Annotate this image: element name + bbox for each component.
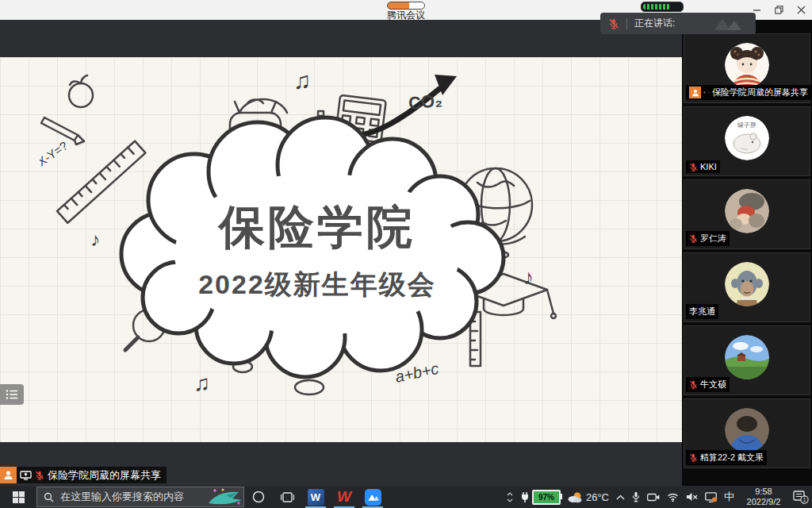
participant-tile[interactable]: 牛文硕 (684, 325, 810, 395)
taskbar: 在这里输入你要搜索的内容 W W (0, 486, 812, 508)
word-icon: W (308, 489, 324, 506)
camera-tray-icon[interactable] (647, 493, 660, 502)
participant-tile[interactable]: 保险学院周葳的屏幕共享 (684, 33, 810, 103)
system-tray: 97% 26°C (507, 487, 812, 507)
task-view-button[interactable] (273, 486, 301, 508)
task-view-icon (281, 491, 294, 503)
cortana-button[interactable] (244, 486, 273, 508)
avatar (725, 262, 769, 306)
participant-name-tag: 保险学院周葳的屏幕共享 (686, 85, 811, 100)
slide-doodle-art: CO₂ X-Y=? a+b+c ♪ ♫ ♪ ♫ 保险学院 2022级新生年级会 (40, 64, 642, 441)
avatar (725, 43, 769, 87)
participant-tile[interactable]: 罐子胖 KIKI (684, 106, 810, 176)
action-center-icon[interactable]: 1 (793, 491, 809, 504)
weather-widget[interactable]: 26°C (568, 491, 609, 503)
wps-icon: W (337, 489, 351, 505)
cortana-icon (252, 491, 265, 503)
power-plug-icon (520, 491, 530, 502)
windows-logo-icon (13, 491, 25, 503)
muted-mic-icon (35, 471, 44, 480)
tencent-meeting-icon (365, 489, 381, 506)
taskbar-app-meeting[interactable] (358, 486, 387, 508)
music-note-icon: ♫ (293, 67, 312, 94)
mic-tray-icon[interactable] (632, 491, 640, 502)
hidden-icons-chevron[interactable] (616, 495, 625, 500)
presenter-icon (689, 87, 701, 98)
screen-share-banner: 保险学院周葳的屏幕共享 (0, 467, 167, 483)
doodle-formula-text: X-Y=? (40, 138, 70, 168)
participant-name-tag: 精算22-2 戴文果 (686, 450, 767, 465)
weather-icon (568, 491, 583, 503)
notification-count: 1 (803, 497, 806, 502)
slide-title: 保险学院 (217, 201, 416, 252)
doodle-co2-text: CO₂ (408, 90, 443, 114)
avatar (725, 335, 769, 379)
battery-percent: 97% (538, 493, 554, 502)
tray-clock[interactable]: 9:58 2022/9/2 (741, 487, 786, 507)
participant-tile[interactable]: 精算22-2 戴文果 (684, 398, 810, 468)
taskbar-app-wps[interactable]: W (330, 486, 358, 508)
participant-tile[interactable]: 罗仁涛 (684, 179, 810, 249)
recording-progress-capsule (387, 2, 425, 10)
participant-name: 李兆通 (689, 306, 715, 318)
participant-sidebar: 保险学院周葳的屏幕共享 罐子胖 (682, 20, 812, 486)
muted-mic-icon (689, 380, 698, 389)
now-speaking-bar[interactable]: 正在讲话: (600, 13, 756, 34)
speaker-muted-icon[interactable] (686, 492, 698, 502)
muted-mic-icon (689, 234, 698, 243)
share-banner-text: 保险学院周葳的屏幕共享 (48, 468, 161, 483)
start-button[interactable] (0, 486, 36, 508)
tray-time: 9:58 (741, 487, 786, 497)
avatar-caption: 罐子胖 (737, 121, 756, 129)
music-note-icon: ♪ (90, 229, 100, 250)
window-controls (752, 0, 806, 20)
chevron-down-icon (507, 498, 513, 502)
avatar (725, 408, 769, 452)
participant-name: 保险学院周葳的屏幕共享 (712, 87, 808, 98)
screen-share-icon (703, 88, 706, 97)
tray-scroll-arrows[interactable] (507, 492, 513, 502)
battery-indicator[interactable]: 97% (520, 490, 561, 505)
participant-name-tag: 李兆通 (686, 304, 718, 319)
tray-date: 2022/9/2 (741, 497, 786, 507)
display-share-tray-icon[interactable] (705, 492, 717, 502)
muted-mic-icon (708, 88, 710, 97)
meeting-logo-watermark (711, 16, 748, 32)
slide-grid-paper: CO₂ X-Y=? a+b+c ♪ ♫ ♪ ♫ 保险学院 2022级新生年级会 (0, 57, 682, 442)
avatar: 罐子胖 (725, 116, 769, 160)
muted-mic-icon (689, 453, 698, 462)
battery-icon: 97% (532, 490, 561, 505)
participant-name: KIKI (700, 162, 717, 171)
participant-name-tag: 罗仁涛 (686, 231, 730, 246)
presenter-icon (0, 467, 17, 483)
ime-indicator[interactable]: 中 (724, 490, 734, 504)
shared-screen: CO₂ X-Y=? a+b+c ♪ ♫ ♪ ♫ 保险学院 2022级新生年级会 (0, 20, 682, 486)
temperature-label: 26°C (586, 491, 609, 503)
participant-tile[interactable]: 李兆通 (684, 252, 810, 322)
participant-name-tag: KIKI (686, 160, 720, 173)
muted-mic-icon (689, 163, 698, 171)
participant-name: 精算22-2 戴文果 (700, 452, 764, 464)
participant-name: 牛文硕 (700, 379, 726, 391)
taskbar-app-word[interactable]: W (301, 486, 330, 508)
taskbar-search-input[interactable]: 在这里输入你要搜索的内容 (36, 487, 244, 507)
speaking-label: 正在讲话: (634, 17, 675, 30)
screen-share-icon (20, 471, 32, 480)
close-button[interactable] (796, 6, 806, 15)
wifi-icon[interactable] (667, 493, 679, 502)
audio-level-meter (641, 2, 684, 12)
avatar (725, 189, 769, 233)
search-placeholder: 在这里输入你要搜索的内容 (60, 490, 184, 504)
meeting-window: 腾讯会议 (0, 0, 812, 508)
music-note-icon: ♫ (193, 371, 210, 395)
muted-mic-icon (608, 18, 619, 29)
chevron-up-icon (507, 492, 513, 496)
list-icon (6, 389, 18, 400)
slide-subtitle: 2022级新生年级会 (198, 269, 436, 299)
divider (626, 18, 627, 29)
participant-name: 罗仁涛 (700, 233, 726, 244)
annotation-panel-toggle[interactable] (0, 384, 24, 405)
participant-name-tag: 牛文硕 (686, 377, 730, 392)
music-note-icon: ♪ (523, 265, 534, 289)
restore-button[interactable] (774, 6, 783, 15)
